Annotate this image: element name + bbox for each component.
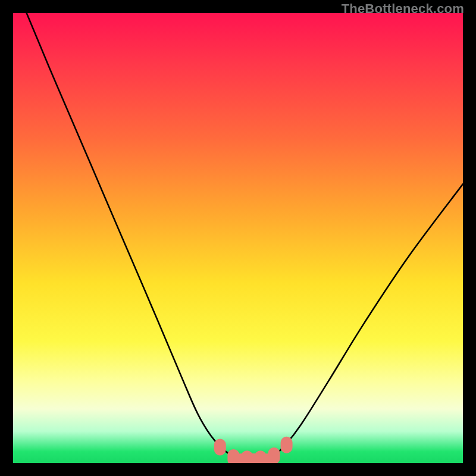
- trough-marker: [281, 437, 293, 453]
- plot-area: [13, 13, 463, 463]
- bottleneck-curve: [27, 13, 463, 459]
- watermark-text: TheBottleneck.com: [342, 1, 464, 17]
- chart-frame: TheBottleneck.com: [0, 0, 476, 476]
- curve-layer: [13, 13, 463, 463]
- trough-connector: [247, 453, 274, 463]
- trough-marker: [214, 439, 226, 456]
